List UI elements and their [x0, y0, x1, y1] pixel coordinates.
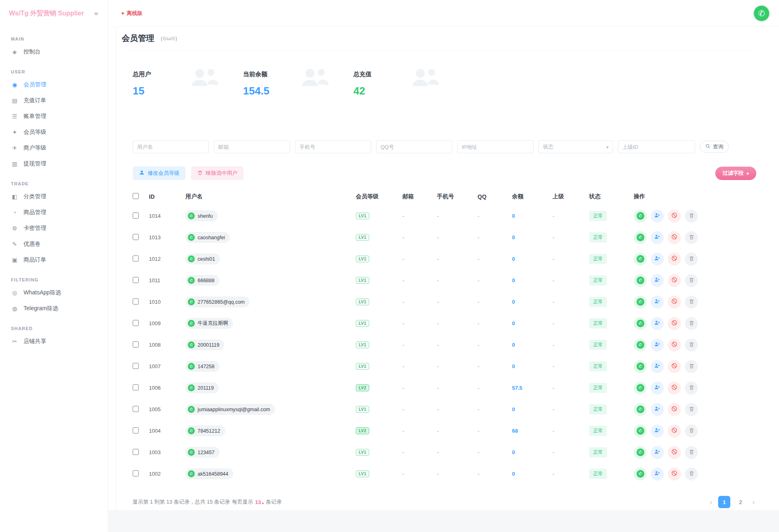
sidebar-item[interactable]: ✈ 商户等级: [0, 140, 108, 156]
username-pill[interactable]: jumiaapplinuxmysql@gmail.com: [185, 404, 275, 415]
ban-user-button[interactable]: [668, 382, 681, 395]
email-filter-input[interactable]: [214, 140, 290, 153]
username-pill[interactable]: 78451212: [185, 425, 225, 436]
username-pill[interactable]: caoshangfei: [185, 232, 230, 243]
ban-user-button[interactable]: [668, 425, 681, 438]
phone-filter-input[interactable]: [295, 140, 371, 153]
sidebar-collapse-icon[interactable]: [95, 9, 98, 17]
ban-user-button[interactable]: [668, 317, 681, 330]
sidebar-item[interactable]: ◈ 控制台: [0, 44, 108, 60]
edit-user-button[interactable]: [651, 446, 664, 459]
search-button[interactable]: 查询: [700, 141, 729, 153]
edit-user-button[interactable]: [651, 231, 664, 244]
row-checkbox[interactable]: [133, 384, 139, 390]
ban-user-button[interactable]: [668, 339, 681, 352]
sidebar-item[interactable]: ▣ 商品订单: [0, 252, 108, 268]
whatsapp-send-button[interactable]: [634, 339, 647, 352]
delete-user-button[interactable]: [685, 446, 698, 459]
delete-user-button[interactable]: [685, 231, 698, 244]
username-pill[interactable]: ceshi01: [185, 253, 220, 264]
page-number-button[interactable]: 1: [718, 496, 730, 508]
delete-user-button[interactable]: [685, 253, 698, 266]
username-pill[interactable]: 201119: [185, 382, 219, 393]
edit-user-button[interactable]: [651, 339, 664, 352]
row-checkbox[interactable]: [133, 255, 139, 262]
row-checkbox[interactable]: [133, 341, 139, 348]
ban-user-button[interactable]: [668, 468, 681, 481]
sidebar-item[interactable]: ▤ 充值订单: [0, 92, 108, 108]
row-checkbox[interactable]: [133, 298, 139, 305]
username-pill[interactable]: 277652865@qq.com: [185, 296, 250, 307]
username-pill[interactable]: ak516458944: [185, 468, 233, 479]
row-checkbox[interactable]: [133, 406, 139, 412]
ban-user-button[interactable]: [668, 231, 681, 244]
edit-user-button[interactable]: [651, 210, 664, 223]
filter-fields-button[interactable]: 过滤字段: [715, 167, 756, 180]
ban-user-button[interactable]: [668, 360, 681, 373]
delete-user-button[interactable]: [685, 339, 698, 352]
page-number-button[interactable]: 2: [734, 496, 747, 508]
ban-user-button[interactable]: [668, 274, 681, 287]
edit-user-button[interactable]: [651, 360, 664, 373]
row-checkbox[interactable]: [133, 277, 139, 283]
whatsapp-send-button[interactable]: [634, 382, 647, 395]
delete-user-button[interactable]: [685, 468, 698, 481]
next-page-button[interactable]: [751, 498, 756, 506]
whatsapp-send-button[interactable]: [634, 425, 647, 438]
edit-user-button[interactable]: [651, 468, 664, 481]
row-checkbox[interactable]: [133, 320, 139, 326]
previous-page-button[interactable]: [708, 498, 714, 506]
sidebar-item[interactable]: ◧ 分类管理: [0, 189, 108, 204]
username-pill[interactable]: 147258: [185, 361, 219, 372]
delete-user-button[interactable]: [685, 382, 698, 395]
row-checkbox[interactable]: [133, 470, 139, 476]
whatsapp-send-button[interactable]: [634, 231, 647, 244]
ban-user-button[interactable]: [668, 296, 681, 309]
sidebar-item[interactable]: ▥ 提现管理: [0, 156, 108, 172]
whatsapp-send-button[interactable]: [634, 468, 647, 481]
ban-user-button[interactable]: [668, 403, 681, 416]
username-pill[interactable]: 123457: [185, 447, 219, 458]
edit-user-button[interactable]: [651, 317, 664, 330]
edit-user-button[interactable]: [651, 403, 664, 416]
username-pill[interactable]: 20001119: [185, 339, 224, 350]
sidebar-item[interactable]: ◎ WhatsApp筛选: [0, 285, 108, 300]
sidebar-item[interactable]: ✎ 优惠卷: [0, 236, 108, 252]
sidebar-item[interactable]: ☰ 账单管理: [0, 108, 108, 124]
sidebar-item[interactable]: ◉ 会员管理: [0, 77, 108, 92]
edit-user-button[interactable]: [651, 296, 664, 309]
whatsapp-send-button[interactable]: [634, 446, 647, 459]
row-checkbox[interactable]: [133, 234, 139, 240]
sidebar-item[interactable]: ✂ 店铺共享: [0, 333, 108, 349]
sidebar-item[interactable]: ◔ 商品管理: [0, 204, 108, 220]
delete-user-button[interactable]: [685, 210, 698, 223]
delete-user-button[interactable]: [685, 296, 698, 309]
offline-badge[interactable]: 离线版: [121, 10, 142, 17]
whatsapp-send-button[interactable]: [634, 360, 647, 373]
edit-user-button[interactable]: [651, 253, 664, 266]
ban-user-button[interactable]: [668, 253, 681, 266]
sidebar-item[interactable]: ⚙ 卡密管理: [0, 220, 108, 236]
row-checkbox[interactable]: [133, 363, 139, 369]
parent-id-filter-input[interactable]: [618, 140, 695, 153]
whatsapp-avatar-icon[interactable]: [754, 6, 769, 21]
ban-user-button[interactable]: [668, 210, 681, 223]
per-page-selector[interactable]: 13: [255, 499, 264, 505]
edit-member-level-button[interactable]: 修改会员等级: [133, 166, 185, 180]
username-filter-input[interactable]: [133, 140, 209, 153]
whatsapp-send-button[interactable]: [634, 253, 647, 266]
remove-selected-users-button[interactable]: 移除选中用户: [191, 166, 243, 180]
qq-filter-input[interactable]: [376, 140, 452, 153]
sidebar-item[interactable]: ✦ 会员等级: [0, 124, 108, 140]
row-checkbox[interactable]: [133, 427, 139, 433]
whatsapp-send-button[interactable]: [634, 317, 647, 330]
delete-user-button[interactable]: [685, 317, 698, 330]
whatsapp-send-button[interactable]: [634, 274, 647, 287]
row-checkbox[interactable]: [133, 212, 139, 219]
row-checkbox[interactable]: [133, 449, 139, 455]
delete-user-button[interactable]: [685, 274, 698, 287]
username-pill[interactable]: shenfu: [185, 210, 218, 221]
edit-user-button[interactable]: [651, 382, 664, 395]
ban-user-button[interactable]: [668, 446, 681, 459]
whatsapp-send-button[interactable]: [634, 296, 647, 309]
